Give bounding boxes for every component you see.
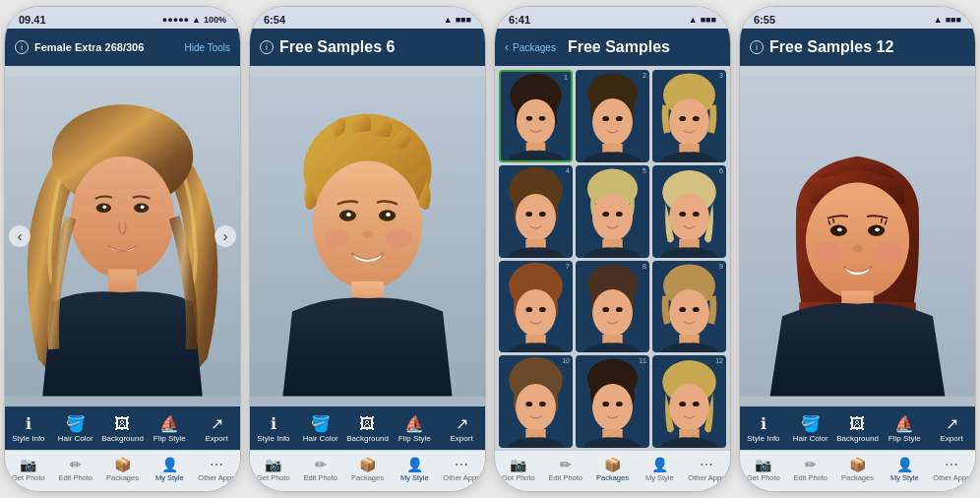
- export-btn-4[interactable]: ↗ Export: [928, 416, 975, 443]
- bottom-toolbar-4: ℹ Style Info 🪣 Hair Color 🖼 Background ⛵…: [740, 406, 975, 450]
- back-label-3[interactable]: Packages: [513, 42, 556, 53]
- export-btn-2[interactable]: ↗ Export: [438, 416, 485, 443]
- hair-color-btn-2[interactable]: 🪣 Hair Color: [297, 416, 344, 443]
- tab-my-style-4[interactable]: 👤 My Style: [881, 458, 928, 482]
- battery-2: ■■■: [456, 15, 471, 25]
- time-2: 6:54: [264, 14, 285, 26]
- hairstyle-cell-7[interactable]: 7: [499, 261, 573, 353]
- svg-point-5: [102, 205, 106, 209]
- status-bar-3: 6:41 ▲ ■■■: [495, 7, 730, 29]
- flip-style-btn-1[interactable]: ⛵ Flip Style: [146, 416, 193, 443]
- main-content-2: [250, 66, 485, 406]
- tab-my-style-2[interactable]: 👤 My Style: [391, 458, 438, 482]
- get-photo-icon-1: 📷: [20, 458, 36, 471]
- svg-point-13: [346, 213, 351, 217]
- hide-tools-btn[interactable]: Hide Tools: [184, 42, 230, 53]
- time-1: 09.41: [19, 14, 46, 26]
- svg-point-61: [525, 306, 532, 311]
- nav-title-4: Free Samples 12: [769, 38, 893, 56]
- hairstyle-cell-10[interactable]: 10: [499, 355, 573, 448]
- cell-number-12: 12: [715, 357, 723, 364]
- next-arrow[interactable]: ›: [214, 225, 236, 247]
- bottom-tabs-3: 📷 Got Photo ✏ Edit Photo 📦 Packages 👤 My…: [495, 450, 730, 491]
- style-info-btn-2[interactable]: ℹ Style Info: [250, 416, 297, 443]
- background-btn-1[interactable]: 🖼 Background: [99, 416, 147, 443]
- person-illustration-1: [5, 66, 240, 406]
- tab-got-photo-3[interactable]: 📷 Got Photo: [495, 458, 542, 482]
- tab-edit-photo-2[interactable]: ✏ Edit Photo: [297, 458, 344, 482]
- signal-icon-2: ▲: [444, 15, 453, 25]
- hairstyle-cell-12[interactable]: 12: [652, 355, 726, 448]
- tab-other-apps-4[interactable]: ⋯ Other Apps: [928, 458, 975, 482]
- tab-packages-2[interactable]: 📦 Packages: [344, 458, 392, 482]
- svg-point-28: [592, 98, 633, 146]
- info-icon-2[interactable]: i: [260, 40, 274, 54]
- hairstyle-cell-8[interactable]: 8: [576, 261, 649, 353]
- hairstyle-cell-2[interactable]: 2: [576, 70, 649, 162]
- tab-other-apps-3[interactable]: ⋯ Other Apps: [683, 458, 730, 482]
- info-icon-4[interactable]: i: [750, 40, 764, 54]
- hairstyle-cell-5[interactable]: 5: [576, 165, 649, 258]
- battery-3: ■■■: [701, 15, 716, 25]
- hair-color-btn-4[interactable]: 🪣 Hair Color: [787, 416, 834, 443]
- prev-arrow[interactable]: ‹: [9, 225, 31, 247]
- style-info-btn[interactable]: ℹ Style Info: [5, 416, 52, 443]
- packages-icon-3: 📦: [604, 458, 621, 471]
- svg-point-72: [669, 288, 709, 336]
- main-content-4: [740, 66, 975, 406]
- time-3: 6:41: [509, 14, 530, 26]
- hairstyle-cell-1[interactable]: 1: [499, 70, 573, 162]
- svg-point-47: [592, 194, 633, 241]
- back-button-3[interactable]: ‹: [505, 40, 509, 54]
- hairstyle-cell-3[interactable]: 3: [652, 70, 726, 162]
- export-icon-4: ↗: [946, 416, 958, 432]
- hair-color-btn-1[interactable]: 🪣 Hair Color: [52, 416, 99, 443]
- tab-get-photo-2[interactable]: 📷 Get Photo: [250, 458, 297, 482]
- cell-number-4: 4: [566, 167, 570, 174]
- tab-my-style-1[interactable]: 👤 My Style: [146, 458, 193, 482]
- flip-style-btn-2[interactable]: ⛵ Flip Style: [391, 416, 438, 443]
- wifi-icon-1: ▲: [192, 15, 201, 25]
- tab-get-photo-1[interactable]: 📷 Get Photo: [5, 458, 52, 482]
- battery-1: 100%: [204, 15, 226, 25]
- cell-number-7: 7: [566, 263, 570, 270]
- svg-point-81: [539, 402, 546, 406]
- tab-other-apps-1[interactable]: ⋯ Other Apps: [193, 458, 240, 482]
- info-icon-1[interactable]: i: [15, 40, 29, 54]
- svg-point-116: [852, 245, 863, 253]
- svg-point-15: [362, 230, 373, 238]
- tab-edit-photo-1[interactable]: ✏ Edit Photo: [52, 458, 99, 482]
- tab-my-style-3[interactable]: 👤 My Style: [636, 458, 683, 482]
- tab-edit-photo-4[interactable]: ✏ Edit Photo: [787, 458, 834, 482]
- edit-photo-icon-2: ✏: [315, 458, 327, 471]
- hairstyle-cell-4[interactable]: 4: [499, 165, 573, 258]
- cell-number-3: 3: [719, 72, 723, 79]
- export-btn-1[interactable]: ↗ Export: [193, 416, 240, 443]
- hair-color-icon-2: 🪣: [311, 416, 331, 432]
- hairstyle-cell-6[interactable]: 6: [652, 165, 726, 258]
- tab-edit-photo-3[interactable]: ✏ Edit Photo: [542, 458, 589, 482]
- status-icons-1: ●●●●● ▲ 100%: [162, 15, 226, 25]
- status-icons-4: ▲ ■■■: [934, 15, 961, 25]
- svg-point-41: [516, 194, 556, 241]
- my-style-icon-3: 👤: [651, 458, 668, 471]
- style-info-btn-4[interactable]: ℹ Style Info: [740, 416, 787, 443]
- tab-other-apps-2[interactable]: ⋯ Other Apps: [438, 458, 485, 482]
- phone-4: 6:55 ▲ ■■■ i Free Samples 12: [739, 6, 976, 492]
- svg-point-110: [806, 183, 909, 300]
- tab-get-photo-4[interactable]: 📷 Get Photo: [740, 458, 787, 482]
- export-icon-2: ↗: [456, 416, 468, 432]
- nav-title-3: Free Samples: [568, 38, 670, 56]
- svg-point-14: [386, 213, 391, 217]
- tab-packages-3[interactable]: 📦 Packages: [589, 458, 637, 482]
- svg-point-17: [386, 228, 412, 247]
- background-btn-4[interactable]: 🖼 Background: [834, 416, 882, 443]
- flip-style-btn-4[interactable]: ⛵ Flip Style: [881, 416, 928, 443]
- hairstyle-cell-9[interactable]: 9: [652, 261, 726, 353]
- time-4: 6:55: [754, 14, 775, 26]
- svg-point-54: [679, 212, 686, 217]
- tab-packages-1[interactable]: 📦 Packages: [99, 458, 147, 482]
- hairstyle-cell-11[interactable]: 11: [576, 355, 649, 448]
- tab-packages-4[interactable]: 📦 Packages: [834, 458, 882, 482]
- background-btn-2[interactable]: 🖼 Background: [344, 416, 392, 443]
